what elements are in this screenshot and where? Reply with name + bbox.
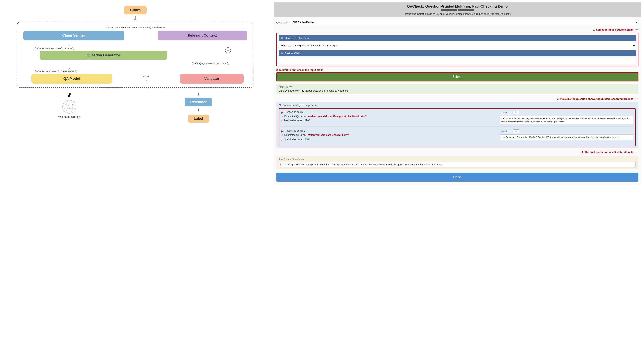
annotation-1: 1. Select or input a custom claim (593, 28, 633, 31)
answer-text-1: 1903 (305, 138, 310, 141)
play-icon-0: ▶ (282, 111, 284, 114)
dashed-boundary: (Do we have sufficient contexts to verif… (17, 22, 253, 88)
finish-button[interactable]: Finish (276, 173, 638, 182)
designed-by-label: designed by (441, 9, 457, 11)
search-button-0[interactable]: 🔍 (513, 111, 519, 114)
next-question-text: (What is the next question to ask?) (35, 47, 74, 50)
question-label-0: Generated Question: (284, 115, 306, 118)
wikipedia-label: Wikipedia Corpus (58, 115, 80, 118)
input-claim-label: Input Claim: (279, 86, 636, 88)
search-button-1[interactable]: 🔍 (513, 129, 519, 133)
right-panel: QACheck: Question-Guided Multi-hop Fact-… (270, 0, 644, 358)
submit-section: Submit (276, 72, 638, 81)
arrow-qgen-down: ↓ (68, 65, 70, 70)
step-1-right: 🔍 Lars Onsager (27 November 1903– 5 Octo… (500, 129, 633, 140)
demo-title: QACheck: Question-Guided Multi-hop Fact-… (276, 4, 639, 8)
dot-blue-2 (281, 52, 283, 54)
flow-diagram: Claim ⬇ (Do we have sufficient contexts … (4, 6, 266, 123)
play-icon-1: ▶ (282, 130, 284, 133)
step-0-left: ▶ Reasoning depth: 0 ? Generated Questio… (282, 111, 498, 123)
bidirectional-arrow: ⇔ (65, 91, 73, 99)
prediction-box: Prediction with rationale: Lars Onsager … (276, 156, 638, 170)
demo-instructions: Instructions: Select a claim or just ent… (276, 13, 639, 15)
svg-text:Ω: Ω (68, 104, 70, 106)
annotation-2: 2. Submit to fact-check the input claim (276, 68, 638, 71)
model-select-row: QA Model: GPT Reciter-Reader (276, 19, 638, 25)
info-icon-1: ℹ (282, 138, 282, 141)
label-box: Label (188, 115, 209, 123)
model-select-dropdown[interactable]: GPT Reciter-Reader (290, 19, 638, 25)
wikipedia-section: ⇔ Ω 維 知 Wikipedia Corpus (58, 92, 80, 118)
step-1-question: ? Generated Question: Which year was Lar… (282, 134, 498, 137)
step-1-left: ▶ Reasoning depth: 1 ? Generated Questio… (282, 129, 498, 142)
reasoning-steps-wrapper: ▶ Reasoning depth: 0 ? Generated Questio… (279, 108, 636, 146)
verifier-context-row: Claim Verifier ← Relevant Context (24, 31, 247, 40)
context-text-1: Lars Onsager (27 November 1903– 5 Octobe… (500, 134, 633, 140)
input-claim-text: Lars Onsager won the Nobel prize when he… (279, 89, 636, 92)
demo-header: QACheck: Question-Guided Multi-hop Fact-… (274, 2, 641, 17)
step-0-answer: ℹ Predicted Answer: 1968 (282, 119, 498, 122)
arrow-reasoner-to-label: ↓ (198, 107, 200, 112)
plus-circle: + (225, 47, 231, 53)
qa-correct-question: (Is the QA-pair correct and useful?) (192, 62, 229, 64)
submit-button[interactable]: Submit (277, 73, 638, 81)
claim-select-header: Please select a claim. (279, 35, 636, 41)
claim-box: Claim (124, 6, 146, 14)
arrow-annotation-3: ← (635, 97, 638, 101)
step-0-question: ? Generated Question: In which year did … (282, 115, 498, 118)
reasoner-box: Reasoner (185, 98, 212, 106)
qa-model-box: QA Model (31, 74, 112, 84)
relevant-context-box: Relevant Context (158, 31, 247, 40)
arrow-claim-to-dashed: ⬇ (133, 16, 138, 21)
info-icon-0: ℹ (282, 119, 282, 122)
qa-to-validator-arrow: (Q, A) → (143, 75, 149, 82)
context-text-0: The Nobel Prize in Chemistry 1968 was aw… (500, 116, 633, 125)
reasoning-step-1: ▶ Reasoning depth: 1 ? Generated Questio… (282, 129, 633, 144)
search-input-1[interactable] (500, 130, 512, 133)
depth-text-0: Reasoning depth: 0 (285, 111, 306, 113)
arrow-to-reasoner: ↓ (198, 92, 200, 96)
input-claim-box: Input Claim: Lars Onsager won the Nobel … (276, 84, 638, 94)
claim-section: Please select a claim. Ulrich Walter's e… (276, 33, 638, 66)
qa-decomp-box: Question Answering Decomposition: ▶ Reas… (276, 102, 638, 148)
question-text-0: In which year did Lars Onsager win the N… (308, 115, 367, 118)
claim-dropdown[interactable]: Ulrich Walter's employer is headquartere… (279, 42, 636, 48)
qa-decomp-label: Question Answering Decomposition: (279, 104, 636, 107)
svg-text:維 知: 維 知 (67, 107, 70, 109)
reasoner-section: ↓ Reasoner ↓ Label (185, 92, 212, 123)
left-panel: Claim ⬇ (Do we have sufficient contexts … (0, 0, 270, 358)
reasoning-step-0: ▶ Reasoning depth: 0 ? Generated Questio… (282, 111, 633, 127)
question-icon-0: ? (282, 115, 283, 118)
annotation-4: 4. The final prediction result with rati… (582, 151, 633, 154)
step-1-answer: ℹ Predicted Answer: 1903 (282, 138, 498, 141)
sufficient-context-question: (Do we have sufficient contexts to verif… (106, 26, 164, 29)
answer-label-0: Predicted Answer: (284, 119, 303, 122)
prediction-text: Lars Onsager won the Nobel prize in 1968… (279, 162, 636, 168)
qa-validator-row: QA Model (Q, A) → Validator (31, 74, 244, 84)
arrow-annotation-4: ← (635, 150, 638, 154)
step-0-depth: ▶ Reasoning depth: 0 (282, 111, 498, 114)
step-0-right: 🔍 The Nobel Prize in Chemistry 1968 was … (500, 111, 633, 125)
arrow-verifier-down: ↓ (68, 42, 70, 47)
search-box-1: 🔍 (500, 129, 633, 133)
question-icon-1: ? (282, 134, 283, 137)
prediction-label: Prediction with rationale: (279, 158, 636, 161)
custom-claim-header: Custom Claim (279, 50, 636, 56)
search-box-0: 🔍 (500, 111, 633, 114)
qa-arrow-label: (Q, A) (143, 75, 149, 78)
wikipedia-globe: Ω 維 知 (62, 99, 77, 114)
claim-select-label: Please select a claim. (285, 37, 310, 40)
step-1-depth: ▶ Reasoning depth: 1 (282, 129, 498, 133)
question-label-1: Generated Question: (284, 134, 306, 136)
bottom-section: ⇔ Ω 維 知 Wikipedia Corpus ↓ Reasoner ↓ La… (4, 92, 266, 123)
validator-box: Validator (180, 74, 244, 84)
annotation-3: 3. Visualize the question-answering guid… (557, 97, 633, 100)
author-redacted (458, 9, 474, 11)
arrow-annotation-1: ← (635, 27, 638, 32)
model-select-label: QA Model: (276, 21, 288, 24)
search-input-0[interactable] (500, 111, 512, 114)
depth-text-1: Reasoning depth: 1 (285, 129, 306, 132)
demo-subtitle: designed by (276, 9, 639, 12)
custom-claim-input[interactable] (279, 58, 636, 64)
question-generator-row: Question Generator + (29, 51, 242, 61)
